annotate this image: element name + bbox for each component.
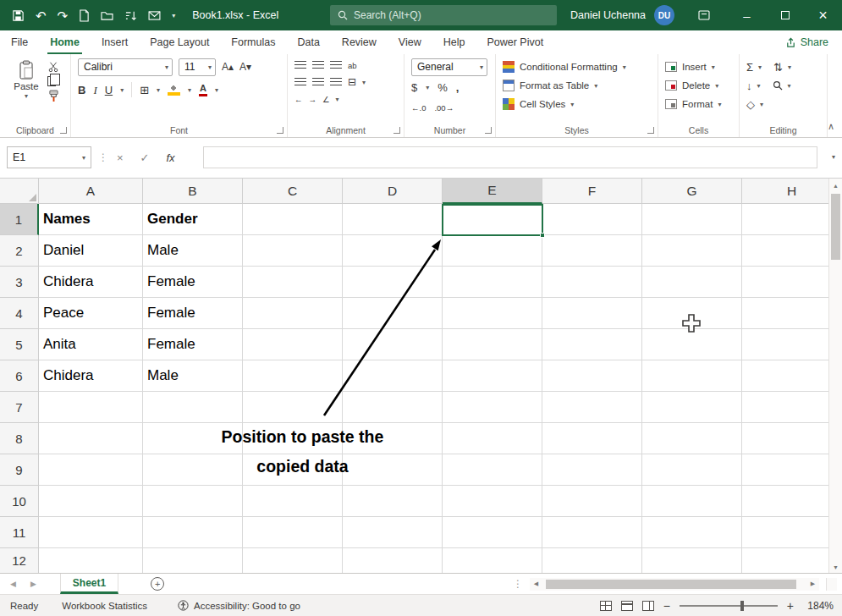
tab-review[interactable]: Review [331, 30, 388, 54]
underline-button[interactable]: U [105, 85, 113, 96]
sheet-nav-left-icon[interactable]: ◀ [10, 580, 16, 588]
cell-A2[interactable]: Daniel [39, 235, 143, 267]
customize-qat-icon[interactable]: ▾ [172, 12, 175, 19]
row-header-7[interactable]: 7 [0, 392, 39, 423]
copy-icon[interactable] [47, 76, 56, 86]
vertical-scrollbar-thumb[interactable] [831, 194, 840, 260]
align-left-icon[interactable] [294, 78, 306, 86]
avatar[interactable]: DU [654, 5, 674, 25]
cell-B1[interactable]: Gender [143, 204, 243, 235]
zoom-level[interactable]: 184% [803, 600, 834, 612]
cell-B3[interactable]: Female [143, 267, 243, 298]
fill-color-icon[interactable] [168, 85, 180, 96]
currency-icon[interactable]: $ [411, 82, 417, 93]
align-right-icon[interactable] [330, 78, 342, 86]
enter-check-icon[interactable]: ✓ [140, 151, 150, 164]
cell-A3[interactable]: Chidera [39, 267, 143, 298]
fill-handle[interactable] [540, 233, 545, 238]
selected-cell-E1[interactable] [442, 204, 543, 236]
save-icon[interactable] [12, 9, 25, 22]
fill-color-caret-icon[interactable]: ▾ [188, 86, 191, 94]
horizontal-scrollbar[interactable]: ◀ ▶ [530, 578, 819, 591]
cell-A1[interactable]: Names [39, 204, 143, 235]
format-cells-button[interactable]: Format ▾ [665, 95, 734, 113]
row-header-9[interactable]: 9 [0, 454, 39, 486]
tab-power-pivot[interactable]: Power Pivot [476, 30, 554, 54]
cell-B6[interactable]: Male [143, 360, 243, 392]
find-select-caret-icon[interactable]: ▾ [788, 82, 791, 90]
increase-indent-icon[interactable]: → [309, 95, 317, 104]
minimize-button[interactable]: – [728, 0, 766, 30]
italic-button[interactable]: I [93, 85, 96, 96]
undo-icon[interactable]: ↶ [36, 9, 47, 22]
tab-view[interactable]: View [388, 30, 432, 54]
cell-A6[interactable]: Chidera [39, 360, 143, 392]
scroll-up-icon[interactable]: ▲ [829, 179, 842, 192]
merge-center-icon[interactable]: ⊟ [348, 77, 356, 87]
tab-formulas[interactable]: Formulas [220, 30, 286, 54]
comma-style-icon[interactable]: , [456, 82, 460, 93]
row-header-5[interactable]: 5 [0, 329, 39, 360]
orientation-caret-icon[interactable]: ▾ [336, 96, 339, 103]
cell-B5[interactable]: Female [143, 329, 243, 360]
format-as-table-button[interactable]: Format as Table ▾ [503, 76, 652, 95]
close-button[interactable]: × [804, 0, 842, 30]
tab-insert[interactable]: Insert [91, 30, 139, 54]
new-file-icon[interactable] [79, 9, 90, 22]
cells-canvas[interactable]: Names Gender Daniel Male Chidera Female … [39, 204, 842, 574]
name-box[interactable]: E1 ▾ [7, 146, 91, 168]
row-header-11[interactable]: 11 [0, 517, 39, 548]
align-middle-icon[interactable] [312, 61, 324, 69]
column-header-d[interactable]: D [343, 179, 443, 204]
email-icon[interactable] [148, 11, 161, 20]
underline-caret-icon[interactable]: ▾ [120, 86, 124, 94]
scroll-left-icon[interactable]: ◀ [530, 578, 542, 591]
cell-A4[interactable]: Peace [39, 298, 143, 329]
zoom-out-icon[interactable]: − [663, 599, 670, 613]
zoom-slider-thumb[interactable] [740, 601, 744, 611]
clear-icon[interactable]: ◇ [746, 99, 755, 110]
insert-function-icon[interactable]: fx [167, 151, 175, 164]
column-header-e[interactable]: E [443, 179, 542, 204]
alignment-dialog-launcher-icon[interactable] [393, 127, 400, 134]
column-header-c[interactable]: C [243, 179, 343, 204]
normal-view-button[interactable] [600, 601, 612, 611]
column-header-g[interactable]: G [642, 179, 742, 204]
share-button[interactable]: Share [772, 30, 842, 54]
horizontal-scrollbar-track[interactable] [542, 578, 806, 591]
vertical-scrollbar[interactable]: ▲ ▼ [828, 179, 842, 574]
align-top-icon[interactable] [294, 61, 306, 69]
decrease-decimal-icon[interactable]: .00→ [434, 103, 454, 113]
sort-ascending-icon[interactable] [124, 10, 137, 21]
column-header-b[interactable]: B [143, 179, 243, 204]
fill-icon[interactable]: ↓ [746, 80, 752, 91]
select-all-button[interactable] [0, 179, 39, 204]
scroll-right-icon[interactable]: ▶ [806, 578, 819, 591]
user-name[interactable]: Daniel Uchenna [570, 9, 646, 21]
sheet-tab-sheet1[interactable]: Sheet1 [60, 574, 118, 594]
font-name-combo[interactable]: Calibri▾ [78, 58, 173, 76]
borders-icon[interactable]: ⊞ [140, 85, 149, 96]
column-header-a[interactable]: A [39, 179, 143, 204]
tab-help[interactable]: Help [432, 30, 476, 54]
cut-icon[interactable] [47, 61, 59, 73]
conditional-formatting-button[interactable]: Conditional Formatting ▾ [503, 58, 652, 76]
align-center-icon[interactable] [312, 78, 324, 86]
row-header-2[interactable]: 2 [0, 235, 39, 267]
column-header-h[interactable]: H [742, 179, 842, 204]
tab-page-layout[interactable]: Page Layout [139, 30, 220, 54]
tab-file[interactable]: File [0, 30, 39, 54]
cancel-icon[interactable]: × [117, 151, 124, 164]
font-size-combo[interactable]: 11▾ [179, 58, 216, 76]
cell-B2[interactable]: Male [143, 235, 243, 267]
scroll-down-icon[interactable]: ▼ [829, 560, 842, 574]
cell-B4[interactable]: Female [143, 298, 243, 329]
search-input[interactable]: Search (Alt+Q) [330, 5, 557, 25]
merge-caret-icon[interactable]: ▾ [362, 79, 366, 86]
bold-button[interactable]: B [78, 85, 85, 96]
formula-input[interactable] [203, 146, 817, 168]
fill-caret-icon[interactable]: ▾ [757, 82, 761, 90]
zoom-slider[interactable] [680, 605, 778, 607]
horizontal-scrollbar-thumb[interactable] [546, 580, 796, 589]
row-header-1[interactable]: 1 [0, 204, 39, 235]
